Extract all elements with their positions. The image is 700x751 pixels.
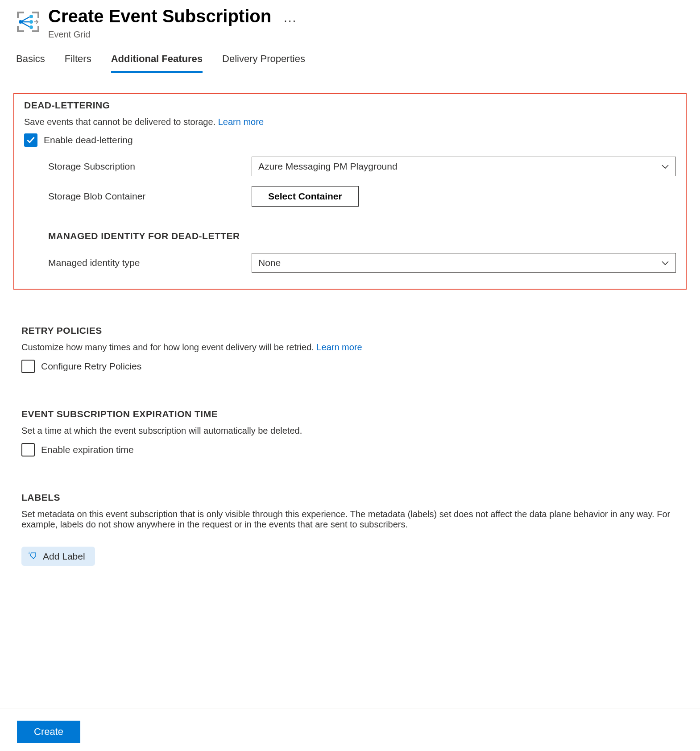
- svg-rect-6: [17, 26, 19, 32]
- more-actions-button[interactable]: ···: [284, 13, 297, 28]
- svg-point-11: [29, 25, 33, 29]
- storage-subscription-dropdown[interactable]: Azure Messaging PM Playground: [252, 157, 676, 176]
- svg-text:+: +: [28, 550, 30, 556]
- tabs: Basics Filters Additional Features Deliv…: [0, 48, 700, 73]
- managed-identity-type-label: Managed identity type: [24, 257, 252, 268]
- dead-lettering-section: DEAD-LETTERING Save events that cannot b…: [13, 93, 687, 290]
- retry-learn-more-link[interactable]: Learn more: [316, 342, 362, 352]
- svg-point-10: [29, 20, 33, 24]
- dead-lettering-learn-more-link[interactable]: Learn more: [218, 117, 264, 127]
- tag-plus-icon: +: [28, 550, 37, 562]
- enable-expiration-label: Enable expiration time: [41, 444, 134, 455]
- tab-delivery-properties[interactable]: Delivery Properties: [222, 48, 305, 73]
- retry-policies-section: RETRY POLICIES Customize how many times …: [13, 325, 687, 373]
- configure-retry-policies-checkbox[interactable]: [21, 360, 35, 373]
- expiration-heading: EVENT SUBSCRIPTION EXPIRATION TIME: [21, 409, 679, 419]
- storage-blob-container-label: Storage Blob Container: [24, 191, 252, 202]
- svg-point-8: [19, 20, 22, 24]
- retry-policies-description: Customize how many times and for how lon…: [21, 342, 679, 353]
- labels-description: Set metadata on this event subscription …: [21, 509, 679, 530]
- dead-lettering-description: Save events that cannot be delivered to …: [24, 117, 676, 127]
- add-label-button[interactable]: + Add Label: [21, 547, 95, 566]
- dead-lettering-heading: DEAD-LETTERING: [24, 100, 676, 111]
- managed-identity-type-value: None: [258, 257, 281, 268]
- labels-section: LABELS Set metadata on this event subscr…: [13, 492, 687, 566]
- page-title: Create Event Subscription: [48, 5, 271, 27]
- tab-filters[interactable]: Filters: [65, 48, 91, 73]
- svg-rect-4: [17, 12, 19, 18]
- footer: Create: [0, 709, 700, 743]
- tab-basics[interactable]: Basics: [16, 48, 45, 73]
- managed-identity-type-dropdown[interactable]: None: [252, 253, 676, 273]
- select-container-button[interactable]: Select Container: [252, 186, 359, 207]
- chevron-down-icon: [661, 162, 669, 172]
- expiration-section: EVENT SUBSCRIPTION EXPIRATION TIME Set a…: [13, 409, 687, 456]
- storage-subscription-label: Storage Subscription: [24, 161, 252, 172]
- configure-retry-policies-label: Configure Retry Policies: [41, 361, 141, 372]
- storage-subscription-value: Azure Messaging PM Playground: [258, 161, 398, 172]
- managed-identity-heading: MANAGED IDENTITY FOR DEAD-LETTER: [24, 231, 676, 241]
- enable-expiration-checkbox[interactable]: [21, 443, 35, 456]
- tab-additional-features[interactable]: Additional Features: [111, 48, 203, 73]
- svg-rect-7: [37, 26, 39, 32]
- page-header: Create Event Subscription ··· Event Grid: [0, 0, 700, 48]
- enable-dead-lettering-label: Enable dead-lettering: [44, 135, 133, 145]
- create-button[interactable]: Create: [17, 721, 80, 743]
- svg-rect-5: [37, 12, 39, 18]
- labels-heading: LABELS: [21, 492, 679, 503]
- retry-policies-heading: RETRY POLICIES: [21, 325, 679, 336]
- svg-point-9: [29, 15, 33, 18]
- enable-dead-lettering-checkbox[interactable]: [24, 133, 37, 147]
- add-label-text: Add Label: [43, 551, 85, 562]
- chevron-down-icon: [661, 258, 669, 268]
- page-subtitle: Event Grid: [48, 29, 297, 40]
- event-grid-icon: [16, 10, 40, 34]
- expiration-description: Set a time at which the event subscripti…: [21, 426, 679, 436]
